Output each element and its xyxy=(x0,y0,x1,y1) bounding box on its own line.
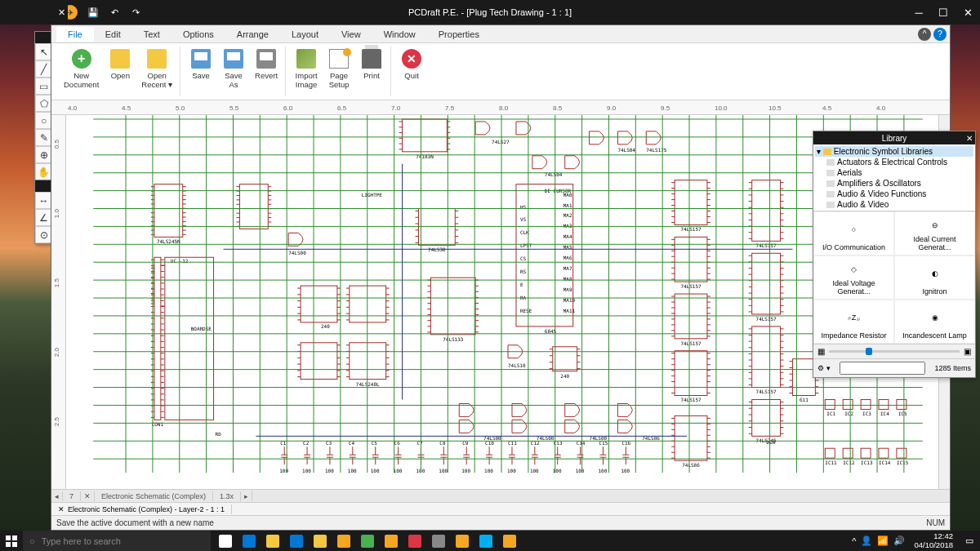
library-close-icon[interactable]: ✕ xyxy=(966,134,973,143)
taskbar-app-icon[interactable] xyxy=(285,531,308,551)
new-document-button[interactable]: +New Document xyxy=(60,47,103,92)
select-tool[interactable]: ↖ xyxy=(35,43,52,60)
menu-options[interactable]: Options xyxy=(172,27,225,42)
menu-layout[interactable]: Layout xyxy=(280,27,330,42)
taskbar-app-icon[interactable] xyxy=(238,531,261,551)
sheet-close-icon[interactable]: ✕ xyxy=(81,491,95,501)
taskbar-app-icon[interactable] xyxy=(214,531,237,551)
svg-text:100: 100 xyxy=(484,468,493,473)
open-button[interactable]: Open xyxy=(105,47,136,82)
svg-text:74LS157: 74LS157 xyxy=(756,389,777,395)
taskbar-app-icon[interactable] xyxy=(427,531,450,551)
tree-item[interactable]: Actuators & Electrical Controls xyxy=(815,157,973,167)
grid-large-icon[interactable]: ▣ xyxy=(964,347,971,356)
sheet-next[interactable]: ▸ xyxy=(241,491,252,501)
menu-file[interactable]: File xyxy=(56,27,94,42)
save-button[interactable]: Save xyxy=(185,47,216,82)
tree-item[interactable]: Aerials xyxy=(815,167,973,178)
status-num: NUM xyxy=(926,518,945,527)
library-symbol[interactable]: ◇Ideal Voltage Generat... xyxy=(813,256,894,300)
tree-item[interactable]: Audio & Video Functions xyxy=(815,189,973,199)
svg-text:RS: RS xyxy=(520,269,527,274)
taskbar-app-icon[interactable] xyxy=(380,531,403,551)
page-setup-button[interactable]: Page Setup xyxy=(323,47,354,92)
svg-text:100: 100 xyxy=(302,468,311,473)
redo-icon[interactable]: ↷ xyxy=(128,5,143,20)
hdim-tool[interactable]: ↔ xyxy=(35,192,52,209)
taskbar-app-icon[interactable] xyxy=(474,531,497,551)
radius-tool[interactable]: ⊙ xyxy=(35,226,52,243)
freehand-tool[interactable]: ✎ xyxy=(35,129,52,146)
marker-tool[interactable]: ⊕ xyxy=(35,146,52,163)
svg-text:IC12: IC12 xyxy=(843,460,855,465)
taskbar-app-icon[interactable] xyxy=(356,531,379,551)
save-as-button[interactable]: Save As xyxy=(218,47,249,92)
rect-tool[interactable]: ▭ xyxy=(35,78,52,95)
sheet-name[interactable]: Electronic Schematic (Complex) xyxy=(95,491,213,501)
taskbar-app-icon[interactable] xyxy=(403,531,426,551)
help-icon[interactable]: ? xyxy=(933,28,947,41)
taskbar-clock[interactable]: 12:4204/10/2018 xyxy=(910,532,957,549)
menu-properties[interactable]: Properties xyxy=(427,27,491,42)
tray-people-icon[interactable]: 👤 xyxy=(861,535,872,546)
collapse-ribbon-icon[interactable]: ^ xyxy=(918,28,931,41)
menu-text[interactable]: Text xyxy=(132,27,172,42)
tray-volume-icon[interactable]: 🔊 xyxy=(893,535,905,546)
symbol-size-slider[interactable] xyxy=(829,350,960,353)
taskbar-search[interactable]: ○ Type here to search xyxy=(23,531,211,551)
svg-text:74LS133: 74LS133 xyxy=(443,336,464,342)
undo-icon[interactable]: ↶ xyxy=(107,5,122,20)
library-symbol[interactable]: ⟔Z⟓Impedance Resistor xyxy=(813,300,894,344)
save-quick-icon[interactable]: 💾 xyxy=(86,5,100,20)
start-button[interactable] xyxy=(0,531,23,551)
tray-up-icon[interactable]: ^ xyxy=(852,536,856,546)
menu-view[interactable]: View xyxy=(330,27,372,42)
grid-small-icon[interactable]: ▦ xyxy=(817,347,825,356)
doc-tab-close-icon[interactable]: ✕ xyxy=(58,505,65,513)
taskbar-app-icon[interactable] xyxy=(332,531,355,551)
library-symbol[interactable]: ◐Ignitron xyxy=(894,256,975,300)
print-button[interactable]: Print xyxy=(356,47,387,82)
menu-edit[interactable]: Edit xyxy=(94,27,132,42)
sheet-page[interactable]: 7 xyxy=(63,491,81,501)
quit-button[interactable]: ✕Quit xyxy=(396,47,427,82)
revert-button[interactable]: Revert xyxy=(251,47,282,82)
sheet-zoom[interactable]: 1.3x xyxy=(213,491,241,501)
svg-text:MA4: MA4 xyxy=(564,233,572,239)
open-recent-button[interactable]: Open Recent ▾ xyxy=(137,47,176,92)
taskbar-app-icon[interactable] xyxy=(498,531,521,551)
ellipse-tool[interactable]: ○ xyxy=(35,112,52,129)
tree-item[interactable]: Audio & Video xyxy=(815,199,973,210)
angle-tool[interactable]: ∠ xyxy=(35,209,52,226)
polygon-tool[interactable]: ⬠ xyxy=(35,95,52,112)
minimize-button[interactable]: ─ xyxy=(906,0,931,24)
library-search-input[interactable] xyxy=(840,362,925,375)
panel-close-icon[interactable]: ✕ xyxy=(55,6,68,19)
svg-text:100: 100 xyxy=(439,468,448,473)
svg-text:100: 100 xyxy=(621,468,630,473)
sheet-prev[interactable]: ◂ xyxy=(51,491,63,501)
menu-window[interactable]: Window xyxy=(372,27,427,42)
library-tree[interactable]: ▾ Electronic Symbol Libraries Actuators … xyxy=(813,144,975,211)
tray-network-icon[interactable]: 📶 xyxy=(877,535,889,546)
svg-text:74LS240L: 74LS240L xyxy=(356,381,380,387)
tray-notifications-icon[interactable]: ▭ xyxy=(962,535,977,546)
taskbar-app-icon[interactable] xyxy=(451,531,474,551)
library-symbol[interactable]: ◉Incandescent Lamp xyxy=(894,300,975,344)
doc-tab[interactable]: ✕Electronic Schematic (Complex) - Layer-… xyxy=(51,504,232,514)
library-symbol[interactable]: ⊖Ideal Current Generat... xyxy=(894,211,975,256)
maximize-button[interactable]: ☐ xyxy=(931,0,956,24)
svg-rect-152 xyxy=(301,343,337,380)
menu-arrange[interactable]: Arrange xyxy=(225,27,280,42)
tree-root[interactable]: ▾ Electronic Symbol Libraries xyxy=(815,146,973,157)
close-button[interactable]: ✕ xyxy=(956,0,980,24)
hand-tool[interactable]: ✋ xyxy=(35,163,52,180)
tree-item[interactable]: Amplifiers & Oscillators xyxy=(815,178,973,189)
library-symbol[interactable]: ○I/O Communication xyxy=(813,211,894,256)
line-tool[interactable]: ╱ xyxy=(35,60,52,78)
taskbar-app-icon[interactable] xyxy=(309,531,332,551)
import-image-button[interactable]: Import Image xyxy=(291,47,322,92)
settings-icon[interactable]: ⚙ ▾ xyxy=(817,364,831,372)
document-tabs: ✕Electronic Schematic (Complex) - Layer-… xyxy=(51,502,950,515)
taskbar-app-icon[interactable] xyxy=(261,531,284,551)
